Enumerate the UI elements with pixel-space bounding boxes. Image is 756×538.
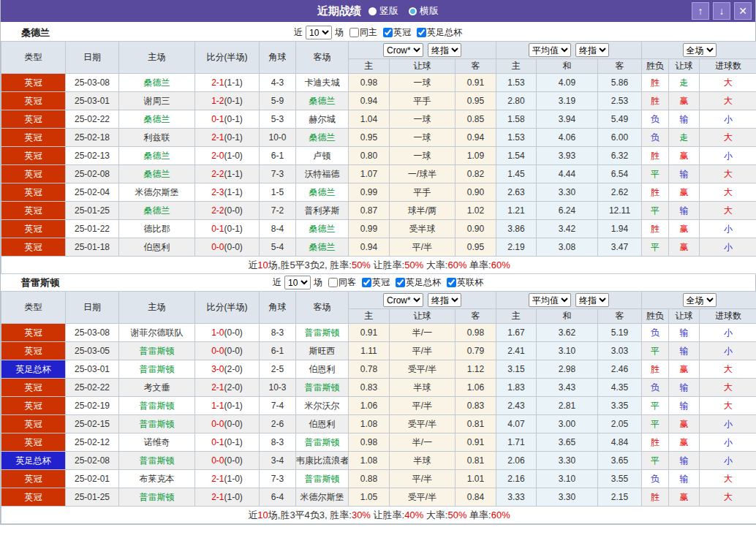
away-team: 桑德兰 — [296, 92, 349, 110]
view-option-unselected[interactable]: 横版 — [409, 4, 439, 18]
league-badge: 英冠 — [1, 147, 66, 165]
outcome-result: 胜 — [642, 92, 669, 110]
match-date: 25-02-15 — [66, 415, 119, 433]
scroll-down-button[interactable]: ↓ — [713, 2, 730, 20]
away-team: 韦康比流浪者 — [296, 452, 349, 470]
recent-count-select[interactable]: 10 — [306, 26, 332, 39]
titlebar: 近期战绩 竖版横版 ↑ ↓ ✕ — [1, 0, 755, 22]
checkbox-input[interactable] — [349, 28, 359, 37]
filter-row: 普雷斯顿 近10场同客英冠英足总杯英联杯 — [1, 274, 755, 291]
scope-select[interactable]: 全场 — [683, 293, 717, 307]
avg-source-select[interactable]: 平均值 — [529, 293, 571, 307]
handicap-line: 半/一 — [390, 433, 456, 452]
avg-home: 1.53 — [496, 74, 537, 92]
subcol-avg-home: 主 — [496, 309, 537, 324]
match-date: 25-03-05 — [66, 342, 119, 360]
scroll-up-button[interactable]: ↑ — [692, 2, 709, 20]
scope-select[interactable]: 全场 — [683, 43, 717, 57]
view-option-selected[interactable]: 竖版 — [368, 4, 398, 18]
goals-result: 大 — [700, 202, 756, 220]
avg-away: 1.94 — [598, 220, 642, 238]
score: 0-1(0-1) — [195, 110, 260, 129]
league-badge: 英冠 — [1, 74, 66, 92]
match-row: 英冠25-03-01谢周三1-2(0-1)5-9桑德兰0.94平手0.952.8… — [1, 92, 756, 110]
recent-count-select[interactable]: 10 — [284, 276, 311, 289]
col-header-corners: 角球 — [260, 42, 296, 74]
avg-home: 1.83 — [496, 379, 537, 397]
filter-checkbox-1[interactable]: 英冠 — [380, 26, 411, 39]
odds-time-select[interactable]: 终指 — [428, 293, 461, 307]
league-badge: 英冠 — [1, 379, 66, 397]
corners: 10-3 — [260, 379, 296, 397]
match-row: 英冠25-01-25普雷斯顿2-1(1-0)6-4米德尔斯堡1.05受平/半0.… — [1, 488, 756, 507]
away-team: 斯旺西 — [296, 342, 349, 360]
avg-draw: 3.43 — [537, 379, 598, 397]
avg-draw: 4.09 — [537, 74, 598, 92]
checkbox-input[interactable] — [396, 278, 405, 287]
filter-checkbox-2[interactable]: 英足总杯 — [393, 276, 441, 289]
match-row: 英冠25-02-19普雷斯顿1-1(0-1)7-4米尔沃尔1.06平/半0.83… — [1, 397, 756, 415]
checkbox-input[interactable] — [417, 28, 426, 37]
checkbox-input[interactable] — [447, 278, 456, 287]
match-date: 25-02-04 — [66, 183, 119, 202]
team-name: 桑德兰 — [21, 26, 50, 39]
corners: 5-4 — [260, 238, 296, 257]
fulltime-score: 0-1 — [211, 437, 224, 447]
away-team: 卡迪夫城 — [296, 74, 349, 92]
odds-time-select[interactable]: 终指 — [428, 43, 461, 57]
col-header-home: 主场 — [119, 292, 195, 324]
match-date: 25-02-19 — [66, 397, 119, 415]
summary-segment: 单率: — [466, 509, 491, 520]
filter-checkbox-2[interactable]: 英足总杯 — [414, 26, 462, 39]
away-team: 米尔沃尔 — [296, 397, 349, 415]
avg-draw: 3.30 — [537, 488, 598, 507]
checkbox-label: 同主 — [360, 26, 377, 39]
avg-time-select[interactable]: 终指 — [575, 43, 609, 57]
handicap-line: 半球 — [390, 379, 456, 397]
corners: 8-3 — [260, 324, 296, 342]
col-header-away: 客场 — [296, 42, 349, 74]
summary-segment: 50% — [447, 509, 466, 520]
away-odds: 0.83 — [456, 397, 496, 415]
checkbox-input[interactable] — [383, 28, 393, 37]
handicap-result: 输 — [669, 452, 700, 470]
filter-checkbox-1[interactable]: 英冠 — [359, 276, 390, 289]
home-team: 普雷斯顿 — [119, 397, 195, 415]
league-badge: 英冠 — [1, 110, 66, 129]
league-badge: 英冠 — [1, 433, 66, 452]
filter-checkbox-0[interactable]: 同主 — [347, 26, 377, 39]
avg-source-select[interactable]: 平均值 — [529, 43, 571, 57]
corners: 8-4 — [260, 220, 296, 238]
col-header-date: 日期 — [66, 42, 119, 74]
odds-group-header: Crow*终指 — [349, 292, 496, 309]
subcol-away-odds: 客 — [456, 309, 496, 324]
summary-segment: 让胜率: — [371, 259, 404, 270]
corners: 7-2 — [260, 202, 296, 220]
handicap-line: 球半/两 — [390, 202, 456, 220]
filter-checkbox-3[interactable]: 英联杯 — [444, 276, 483, 289]
close-button[interactable]: ✕ — [734, 2, 752, 20]
fulltime-score: 2-1 — [211, 132, 224, 143]
match-row: 英冠25-03-08谢菲尔德联队1-0(0-0)8-3普雷斯顿0.91半/一0.… — [1, 324, 756, 342]
league-badge: 英冠 — [1, 238, 66, 257]
checkbox-input[interactable] — [328, 278, 338, 287]
subcol-avg-away: 客 — [598, 59, 642, 74]
halftime-score: (0-1) — [224, 132, 243, 143]
handicap-line: 受平/半 — [390, 488, 456, 507]
avg-time-select[interactable]: 终指 — [575, 293, 609, 307]
handicap-result: 走 — [669, 74, 700, 92]
outcome-result: 平 — [642, 238, 669, 257]
odds-source-select[interactable]: Crow* — [383, 293, 423, 307]
filter-checkbox-0[interactable]: 同客 — [325, 276, 356, 289]
match-date: 25-02-08 — [66, 452, 119, 470]
away-team: 普雷斯顿 — [296, 433, 349, 452]
avg-away: 4.35 — [598, 379, 642, 397]
odds-source-select[interactable]: Crow* — [383, 43, 423, 57]
away-team: 桑德兰 — [296, 238, 349, 257]
team-block-away: 普雷斯顿 近10场同客英冠英足总杯英联杯 类型 日期 主场 比分(半场) 角球 … — [1, 274, 755, 524]
home-odds: 1.06 — [349, 397, 390, 415]
outcome-result: 负 — [642, 470, 669, 488]
avg-draw: 4.06 — [537, 129, 598, 147]
checkbox-input[interactable] — [362, 278, 371, 287]
score: 1-1(0-1) — [195, 397, 260, 415]
